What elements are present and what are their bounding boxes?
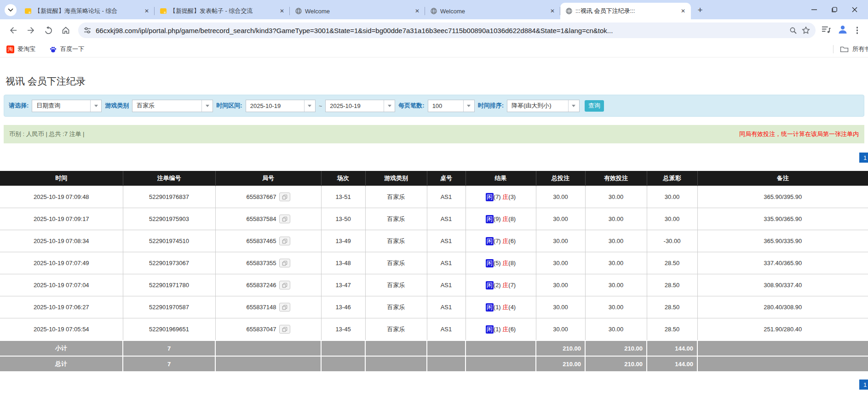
tab-search-button[interactable] — [5, 4, 17, 16]
bet-number: 522901976837 — [123, 186, 215, 208]
close-icon[interactable] — [848, 3, 862, 17]
bookmark-star-icon[interactable] — [802, 26, 810, 34]
player-result: 闲 — [486, 281, 494, 289]
copy-icon[interactable] — [279, 259, 290, 267]
all-bookmarks-label: 所有书签 — [852, 45, 868, 53]
table-row: 2025-10-19 07:07:49 522901973067 6558373… — [0, 252, 868, 274]
bookmark-label: 爱淘宝 — [17, 45, 35, 53]
globe-icon — [565, 7, 573, 15]
search-button[interactable]: 查询 — [585, 100, 604, 112]
tab[interactable]: Welcome✕ — [425, 3, 560, 19]
round-number: 655837148 — [246, 304, 276, 311]
total-bet-link[interactable]: 30.00 — [536, 318, 585, 341]
page-size-select[interactable]: 100 — [428, 100, 475, 112]
zoom-icon[interactable] — [789, 27, 797, 34]
empty-cell — [365, 356, 427, 371]
forward-button[interactable] — [23, 23, 38, 38]
site-settings-icon[interactable] — [84, 27, 91, 34]
new-tab-button[interactable]: + — [694, 4, 707, 17]
date-from-select[interactable]: 2025-10-19 — [246, 100, 316, 112]
copy-icon[interactable] — [279, 325, 290, 334]
total-bet-link[interactable]: 30.00 — [536, 252, 585, 274]
summary-count: 7 — [123, 356, 215, 371]
tab-active[interactable]: :::视讯 会员下注纪录:::✕ — [560, 3, 691, 19]
home-button[interactable] — [58, 23, 73, 38]
date-to-select[interactable]: 2025-10-19 — [325, 100, 395, 112]
bet-time: 2025-10-19 07:08:34 — [0, 230, 123, 252]
address-bar[interactable]: 66cxkj98.com/ipl/portal.php/game/betreco… — [78, 23, 816, 38]
media-controls-icon[interactable] — [822, 26, 831, 35]
all-bookmarks[interactable]: 所有书签 — [833, 45, 868, 53]
payout: 28.50 — [647, 252, 697, 274]
total-bet-link[interactable]: 30.00 — [536, 208, 585, 230]
column-header: 游戏类别 — [365, 171, 427, 186]
back-button[interactable] — [6, 23, 21, 38]
date-range-label: 时间区间: — [216, 102, 242, 110]
table-number: AS1 — [427, 186, 466, 208]
game-type: 百家乐 — [365, 208, 427, 230]
copy-icon[interactable] — [279, 215, 290, 223]
summary-valid-bet: 210.00 — [585, 356, 647, 371]
bet-time: 2025-10-19 07:09:17 — [0, 208, 123, 230]
remark: 335.90/365.90 — [697, 208, 868, 230]
empty-cell — [697, 356, 868, 371]
bet-records-table: 时间注单编号局号场次游戏类别桌号结果总投注有效投注总派彩备注 2025-10-1… — [0, 171, 868, 371]
chevron-down-icon[interactable] — [568, 100, 579, 112]
page-number-button[interactable]: 1 — [859, 380, 868, 390]
result-cell: 闲(1) 庄(4) — [466, 296, 536, 318]
pagination-bottom: 1 — [0, 380, 868, 390]
copy-icon[interactable] — [279, 281, 290, 289]
round-number-cell: 655837584 — [215, 208, 321, 230]
copy-icon[interactable] — [279, 303, 290, 312]
tab-title: 【新提醒】海燕策略论坛 - 综合 — [34, 7, 140, 15]
url-text[interactable]: 66cxkj98.com/ipl/portal.php/game/betreco… — [96, 27, 785, 34]
copy-icon[interactable] — [279, 237, 290, 245]
session-number: 13-46 — [321, 296, 365, 318]
chevron-down-icon[interactable] — [463, 100, 474, 112]
player-result: 闲 — [486, 193, 494, 201]
tab[interactable]: 【新提醒】海燕策略论坛 - 综合✕ — [19, 3, 155, 19]
round-number-cell: 655837246 — [215, 274, 321, 296]
sort-select[interactable]: 降幂(由大到小) — [507, 100, 580, 112]
total-bet-link[interactable]: 30.00 — [536, 230, 585, 252]
baidu-paw-icon — [49, 45, 57, 53]
tab-close-icon[interactable]: ✕ — [548, 7, 557, 15]
reload-button[interactable] — [41, 23, 56, 38]
column-header: 结果 — [466, 171, 536, 186]
globe-icon — [294, 7, 302, 15]
minimize-icon[interactable] — [807, 3, 821, 17]
total-bet-link[interactable]: 30.00 — [536, 186, 585, 208]
chevron-down-icon[interactable] — [201, 100, 213, 112]
chevron-down-icon[interactable] — [384, 100, 395, 112]
bookmark-item-baidu[interactable]: 百度一下 — [49, 45, 84, 53]
tab-close-icon[interactable]: ✕ — [413, 7, 421, 15]
tab-strip-tabs: 【新提醒】海燕策略论坛 - 综合✕【新提醒】发表帖子 - 综合交流✕Welcom… — [19, 0, 691, 19]
bookmark-item-taobao[interactable]: 淘 爱淘宝 — [6, 45, 35, 53]
tab[interactable]: Welcome✕ — [290, 3, 425, 19]
page-number-button[interactable]: 1 — [859, 153, 868, 163]
maximize-icon[interactable] — [828, 3, 841, 17]
reload-icon — [44, 26, 53, 35]
game-type-select[interactable]: 百家乐 — [132, 100, 213, 112]
total-bet-link[interactable]: 30.00 — [536, 274, 585, 296]
round-number: 655837667 — [246, 193, 276, 200]
total-bet-link[interactable]: 30.00 — [536, 296, 585, 318]
banker-result: 庄 — [502, 304, 508, 311]
table-body: 2025-10-19 07:09:48 522901976837 6558376… — [0, 186, 868, 372]
tab-close-icon[interactable]: ✕ — [278, 7, 286, 15]
summary-label: 总计 — [0, 356, 123, 371]
table-number: AS1 — [427, 296, 466, 318]
chevron-down-icon[interactable] — [90, 100, 101, 112]
folder-icon — [840, 46, 849, 53]
query-type-select[interactable]: 日期查询 — [32, 100, 102, 112]
menu-icon[interactable] — [855, 27, 860, 34]
column-header: 总派彩 — [647, 171, 697, 186]
chevron-down-icon[interactable] — [304, 100, 315, 112]
profile-avatar[interactable] — [837, 24, 848, 37]
tab[interactable]: 【新提醒】发表帖子 - 综合交流✕ — [155, 3, 290, 19]
bet-number: 522901969651 — [123, 318, 215, 341]
tab-close-icon[interactable]: ✕ — [143, 7, 151, 15]
valid-bet: 30.00 — [585, 296, 647, 318]
copy-icon[interactable] — [279, 193, 290, 201]
tab-close-icon[interactable]: ✕ — [679, 7, 687, 15]
